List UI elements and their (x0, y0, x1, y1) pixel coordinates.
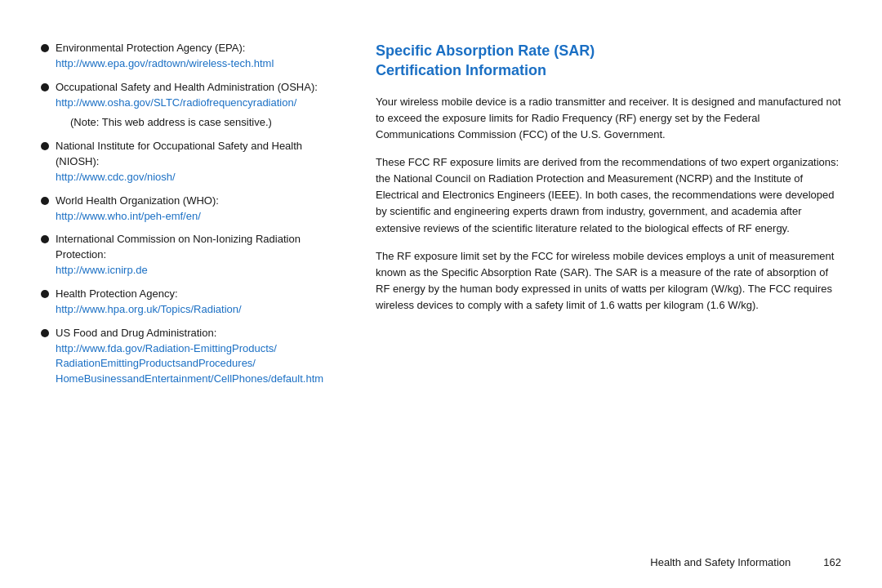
item-link-multiline[interactable]: http://www.fda.gov/Radiation-EmittingPro… (56, 342, 323, 385)
item-label: National Institute for Occupational Safe… (56, 140, 302, 167)
note-text: (Note: This web address is case sensitiv… (70, 116, 272, 128)
list-item-note: (Note: This web address is case sensitiv… (56, 115, 343, 131)
list-item: World Health Organization (WHO): http://… (41, 194, 343, 225)
item-content: Health Protection Agency: http://www.hpa… (56, 287, 343, 318)
left-column: Environmental Protection Agency (EPA): h… (41, 33, 343, 555)
item-link[interactable]: http://www.epa.gov/radtown/wireless-tech… (56, 57, 274, 69)
item-label: International Commission on Non-Ionizing… (56, 233, 301, 261)
list-item: National Institute for Occupational Safe… (41, 139, 343, 185)
bullet-list: Environmental Protection Agency (EPA): h… (41, 41, 343, 387)
item-content: US Food and Drug Administration: http://… (56, 326, 343, 387)
list-item: International Commission on Non-Ionizing… (41, 232, 343, 278)
bullet-icon (41, 329, 49, 337)
item-content: International Commission on Non-Ionizing… (56, 232, 343, 278)
item-content: Occupational Safety and Health Administr… (56, 80, 343, 111)
paragraph-3: The RF exposure limit set by the FCC for… (376, 248, 841, 314)
item-link[interactable]: http://www.who.int/peh-emf/en/ (56, 210, 201, 222)
list-item: Occupational Safety and Health Administr… (41, 80, 343, 111)
footer-page-number: 162 (823, 556, 841, 568)
right-column: Specific Absorption Rate (SAR) Certifica… (376, 33, 841, 555)
item-label: US Food and Drug Administration: (56, 327, 216, 339)
item-content: National Institute for Occupational Safe… (56, 139, 343, 185)
bullet-icon (41, 83, 49, 91)
list-item: US Food and Drug Administration: http://… (41, 326, 343, 387)
item-link[interactable]: http://www.hpa.org.uk/Topics/Radiation/ (56, 303, 242, 315)
paragraph-1: Your wireless mobile device is a radio t… (376, 94, 841, 143)
bullet-icon (41, 197, 49, 205)
item-link[interactable]: http://www.cdc.gov/niosh/ (56, 171, 176, 183)
item-label: Health Protection Agency: (56, 287, 178, 300)
list-item: Environmental Protection Agency (EPA): h… (41, 41, 343, 72)
paragraph-2: These FCC RF exposure limits are derived… (376, 154, 841, 237)
footer-bar: Health and Safety Information 162 (650, 556, 841, 568)
footer-label: Health and Safety Information (650, 556, 791, 568)
bullet-icon (41, 290, 49, 298)
item-link[interactable]: http://www.icnirp.de (56, 264, 148, 276)
item-content: Environmental Protection Agency (EPA): h… (56, 41, 343, 72)
item-link[interactable]: http://www.osha.gov/SLTC/radiofrequencyr… (56, 96, 296, 109)
bullet-icon (41, 142, 49, 150)
bullet-icon (41, 235, 49, 243)
section-heading: Specific Absorption Rate (SAR) Certifica… (376, 41, 841, 81)
bullet-icon (41, 44, 49, 52)
list-item: Health Protection Agency: http://www.hpa… (41, 287, 343, 318)
page-container: Environmental Protection Agency (EPA): h… (0, 0, 882, 588)
item-content: World Health Organization (WHO): http://… (56, 194, 343, 225)
item-label: Environmental Protection Agency (EPA): (56, 42, 245, 54)
item-label: Occupational Safety and Health Administr… (56, 81, 318, 93)
item-label: World Health Organization (WHO): (56, 194, 219, 207)
